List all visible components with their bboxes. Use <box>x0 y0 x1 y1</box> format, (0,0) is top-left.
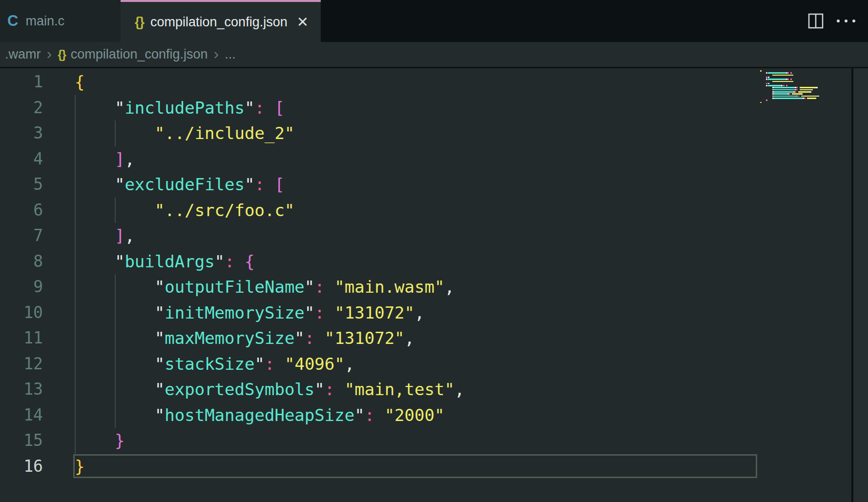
code-line[interactable]: "../src/foo.c" <box>75 198 294 223</box>
chevron-right-icon: › <box>214 46 219 63</box>
line-number[interactable]: 12 <box>0 351 43 377</box>
tab-main-c[interactable]: C main.c <box>0 0 121 42</box>
token-pun: " <box>254 354 264 374</box>
token-ws <box>325 303 334 322</box>
token-pun: " <box>245 175 254 194</box>
line-number[interactable]: 7 <box>0 223 43 249</box>
breadcrumb-item-file[interactable]: compilation_config.json <box>71 47 208 62</box>
indent-guide <box>75 223 76 249</box>
minimap-token <box>801 93 803 95</box>
code-line[interactable]: "hostManagedHeapSize": "2000" <box>75 402 444 428</box>
code-line[interactable]: "../include_2" <box>75 120 294 146</box>
line-number[interactable]: 15 <box>0 428 43 454</box>
code-line[interactable]: "maxMemorySize": "131072", <box>75 325 414 351</box>
line-number[interactable]: 2 <box>0 95 43 121</box>
token-pun: " <box>245 98 254 118</box>
token-col: : <box>265 354 274 374</box>
token-pun: " <box>294 328 304 348</box>
token-ws <box>325 277 334 297</box>
token-pun: " <box>115 98 124 118</box>
code-line[interactable]: ], <box>75 223 135 249</box>
token-b2: [ <box>274 175 284 194</box>
token-ws <box>265 175 274 194</box>
minimap-token <box>768 79 786 80</box>
breadcrumb-item-symbol[interactable]: ... <box>225 47 236 62</box>
line-number[interactable]: 16 <box>0 454 43 480</box>
minimap-token <box>804 98 806 99</box>
token-key: buildArgs <box>124 252 214 271</box>
minimap-token <box>810 91 811 93</box>
minimap-token <box>800 89 812 91</box>
line-number[interactable]: 14 <box>0 402 43 428</box>
token-b1: { <box>75 72 84 92</box>
indent-guide <box>75 95 76 121</box>
code-line[interactable]: "exportedSymbols": "main,test", <box>75 377 464 402</box>
line-number[interactable]: 5 <box>0 172 43 198</box>
token-b2: [ <box>274 98 284 118</box>
code-line[interactable]: "excludeFiles": [ <box>75 172 285 198</box>
vscode-window: C main.c {} compilation_config.json ✕ .w… <box>0 0 868 502</box>
token-ws <box>334 380 344 399</box>
minimap-token <box>774 96 797 97</box>
minimap-token <box>792 93 801 95</box>
indent-guide <box>75 120 76 146</box>
minimap-token <box>800 87 816 88</box>
dot <box>852 20 855 22</box>
minimap-token <box>801 96 818 97</box>
minimap-token <box>774 93 787 95</box>
token-str: "../include_2" <box>155 123 295 143</box>
line-number[interactable]: 4 <box>0 146 43 172</box>
token-str: "131072" <box>334 303 414 322</box>
minimap-token <box>798 91 810 93</box>
indent-guide <box>75 325 76 351</box>
code-line[interactable]: } <box>75 428 124 454</box>
code-line[interactable]: "stackSize": "4096", <box>75 351 354 377</box>
token-pun: " <box>155 405 165 425</box>
chevron-right-icon: › <box>47 46 52 63</box>
code-line[interactable]: "outputFileName": "main.wasm", <box>75 274 455 300</box>
tab-bar: C main.c {} compilation_config.json ✕ <box>0 0 868 42</box>
code-line[interactable]: "buildArgs": { <box>75 249 255 275</box>
more-actions-icon[interactable] <box>837 20 855 22</box>
line-number[interactable]: 9 <box>0 274 43 300</box>
token-col: : <box>314 303 324 322</box>
line-number[interactable]: 6 <box>0 198 43 223</box>
tab-label-compilation-config-json: compilation_config.json <box>150 15 288 30</box>
token-pun: , <box>124 226 134 245</box>
token-pun: " <box>155 354 165 374</box>
split-editor-icon[interactable] <box>807 13 824 29</box>
line-number[interactable]: 3 <box>0 120 43 146</box>
code-line[interactable]: { <box>75 69 84 95</box>
scrollbar-track[interactable] <box>853 68 868 502</box>
token-key: stackSize <box>165 354 254 374</box>
token-b2: } <box>115 431 124 450</box>
line-number[interactable]: 13 <box>0 377 43 402</box>
minimap[interactable] <box>760 70 826 109</box>
indent-guide <box>75 377 76 402</box>
tab-compilation-config-json[interactable]: {} compilation_config.json ✕ <box>121 0 321 42</box>
line-number[interactable]: 8 <box>0 249 43 275</box>
editor-actions <box>807 0 868 42</box>
token-pun: , <box>405 328 414 348</box>
editor-pane[interactable]: 12345678910111213141516 { "includePaths"… <box>0 68 868 502</box>
minimap-token <box>772 81 793 82</box>
line-number[interactable]: 10 <box>0 300 43 326</box>
token-ws <box>235 252 245 271</box>
code-line[interactable]: "initMemorySize": "131072", <box>75 300 425 326</box>
token-str: "2000" <box>385 405 445 425</box>
token-key: hostManagedHeapSize <box>165 405 354 425</box>
code-line[interactable]: "includePaths": [ <box>75 95 285 121</box>
minimap-token <box>807 98 816 99</box>
line-number[interactable]: 11 <box>0 325 43 351</box>
close-tab-icon[interactable]: ✕ <box>297 14 309 30</box>
token-pun: " <box>155 303 165 322</box>
code-line[interactable]: ], <box>75 146 135 172</box>
token-col: : <box>365 405 374 425</box>
line-number[interactable]: 1 <box>0 69 43 95</box>
indent-guide <box>75 402 76 428</box>
minimap-token <box>790 72 792 74</box>
indent-guide <box>115 325 116 351</box>
breadcrumb-item-wamr[interactable]: .wamr <box>5 47 41 62</box>
dot <box>845 20 847 22</box>
token-pun: , <box>345 354 354 374</box>
